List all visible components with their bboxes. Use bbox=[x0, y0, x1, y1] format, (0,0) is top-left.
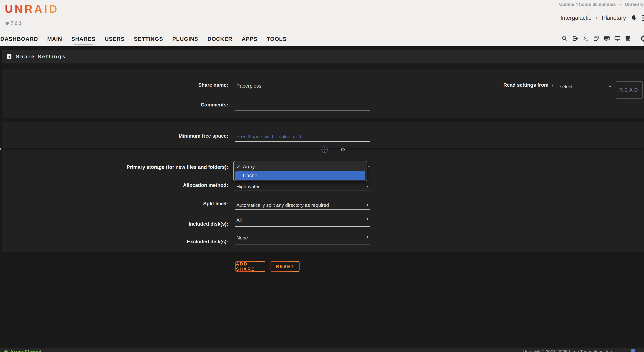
check-icon: ✓ bbox=[236, 164, 240, 170]
unraid-webgui: UNRAID 7.2.3 Uptime 4 hours 36 minutes •… bbox=[0, 0, 644, 352]
uptime-text: Uptime 4 hours 36 minutes bbox=[559, 2, 616, 7]
chevron-down-icon: ▼ bbox=[608, 85, 612, 88]
unraid-logo[interactable]: UNRAID bbox=[5, 2, 59, 15]
header-toolbar bbox=[562, 35, 631, 42]
array-status-text: Array Started bbox=[10, 349, 42, 352]
search-icon[interactable] bbox=[562, 35, 568, 42]
share-name-input[interactable] bbox=[235, 81, 370, 91]
os-name: Unraid OS bbox=[625, 2, 644, 7]
add-share-button[interactable]: ADD SHARE bbox=[235, 261, 265, 272]
dropdown-option-cache[interactable]: Cache bbox=[235, 172, 365, 180]
edge-dot bbox=[0, 148, 1, 150]
selection-ring bbox=[341, 148, 345, 151]
read-button[interactable]: READ bbox=[616, 81, 643, 99]
log-icon[interactable] bbox=[624, 35, 631, 42]
excluded-disks-value: None bbox=[236, 235, 248, 241]
dropdown-option-label: Array bbox=[243, 164, 255, 170]
footer: Array Started Unraid® © 2005-2025 Lime T… bbox=[0, 348, 644, 352]
version-dot-icon bbox=[6, 22, 9, 25]
left-arrow-icon: ← bbox=[551, 81, 557, 88]
allocation-method-select[interactable]: High-water ▼ bbox=[235, 182, 370, 191]
nav-docker[interactable]: DOCKER bbox=[207, 36, 232, 42]
server-separator-dot: • bbox=[596, 15, 597, 21]
sign-out-icon[interactable] bbox=[572, 35, 578, 42]
comments-label: Comments: bbox=[114, 102, 228, 108]
feedback-icon[interactable] bbox=[604, 35, 610, 42]
nav-shares[interactable]: SHARES bbox=[71, 36, 96, 42]
server-name: Intergalactic bbox=[560, 14, 591, 21]
theme-icon[interactable] bbox=[641, 36, 644, 42]
read-settings-select-value: select... bbox=[560, 84, 576, 90]
chevron-down-icon: ▼ bbox=[366, 235, 369, 239]
back-button[interactable]: ◀ bbox=[7, 54, 12, 60]
split-level-value: Automatically split any directory as req… bbox=[236, 202, 329, 208]
excluded-disks-select[interactable]: None ▼ bbox=[235, 235, 370, 244]
notifications-bell-icon[interactable] bbox=[630, 14, 637, 22]
chevron-down-icon: ▼ bbox=[366, 203, 369, 207]
copyright-text: Unraid® © 2005-2025 Lime Technology, Inc… bbox=[523, 349, 613, 352]
included-disks-value: All bbox=[236, 217, 242, 223]
move-cursor-icon bbox=[321, 146, 328, 153]
chevron-down-icon: ▼ bbox=[366, 217, 369, 221]
chevron-down-icon: ▼ bbox=[366, 185, 369, 188]
uptime-status-line: Uptime 4 hours 36 minutes • Unraid OS St… bbox=[559, 2, 644, 7]
server-description: Planetary bbox=[602, 14, 626, 21]
page-titlebar: ◀ Share Settings bbox=[2, 50, 644, 64]
status-separator-dot: • bbox=[620, 2, 621, 7]
page-title: Share Settings bbox=[16, 54, 66, 60]
min-free-space-label: Minimum free space: bbox=[114, 133, 228, 139]
read-settings-select[interactable]: select... ▼ bbox=[559, 83, 613, 91]
min-free-space-input[interactable] bbox=[235, 132, 370, 142]
primary-storage-label: Primary storage (for new files and folde… bbox=[58, 164, 228, 170]
menu-hamburger-icon[interactable] bbox=[642, 15, 644, 21]
back-arrow-icon: ◀ bbox=[8, 55, 10, 58]
version-label: 7.2.3 bbox=[11, 20, 22, 26]
nav-dashboard[interactable]: DASHBOARD bbox=[0, 36, 38, 42]
nav-tools[interactable]: TOOLS bbox=[267, 36, 286, 42]
allocation-method-label: Allocation method: bbox=[114, 182, 228, 188]
allocation-method-value: High-water bbox=[236, 184, 260, 190]
footer-link-icon[interactable] bbox=[631, 349, 635, 352]
primary-storage-underline bbox=[367, 173, 370, 174]
version-badge[interactable]: 7.2.3 bbox=[6, 20, 22, 26]
copy-icon[interactable] bbox=[593, 35, 600, 42]
header: UNRAID 7.2.3 Uptime 4 hours 36 minutes •… bbox=[0, 0, 644, 46]
primary-storage-dropdown: ✓ Array Cache bbox=[233, 161, 367, 181]
remote-access-monitor-icon[interactable] bbox=[614, 35, 620, 42]
read-settings-label: Read settings from bbox=[475, 82, 548, 88]
nav-main[interactable]: MAIN bbox=[47, 36, 62, 42]
share-name-label: Share name: bbox=[114, 82, 228, 88]
comments-input[interactable] bbox=[235, 101, 370, 111]
included-disks-label: Included disk(s): bbox=[114, 221, 228, 227]
nav-plugins[interactable]: PLUGINS bbox=[172, 36, 198, 42]
split-level-select[interactable]: Automatically split any directory as req… bbox=[235, 201, 370, 210]
dropdown-option-array[interactable]: ✓ Array bbox=[236, 164, 255, 170]
terminal-icon[interactable] bbox=[582, 35, 589, 42]
split-level-label: Split level: bbox=[114, 200, 228, 207]
chevron-down-icon: ▼ bbox=[367, 165, 370, 168]
array-status: Array Started bbox=[4, 349, 42, 352]
main-nav: DASHBOARD MAIN SHARES USERS SETTINGS PLU… bbox=[0, 36, 286, 42]
reset-button[interactable]: RESET bbox=[270, 261, 300, 272]
nav-settings[interactable]: SETTINGS bbox=[134, 36, 163, 42]
server-identity: Intergalactic • Planetary bbox=[560, 14, 644, 22]
excluded-disks-label: Excluded disk(s): bbox=[114, 238, 228, 245]
included-disks-select[interactable]: All ▼ bbox=[235, 217, 370, 227]
dropdown-option-label: Cache bbox=[243, 173, 257, 178]
nav-apps[interactable]: APPS bbox=[242, 36, 258, 42]
status-dot-icon bbox=[4, 350, 8, 352]
nav-users[interactable]: USERS bbox=[105, 36, 125, 42]
